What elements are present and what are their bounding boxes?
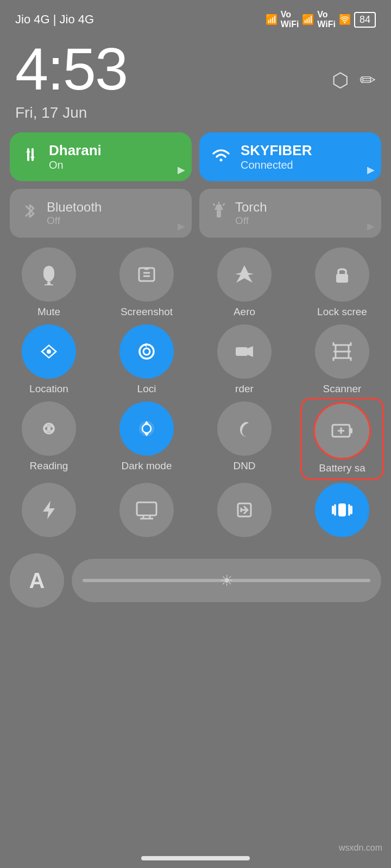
reading-label: Reading: [30, 460, 68, 472]
status-icons: 📶 VoWiFi 📶 VoWiFi 🛜 84: [266, 10, 376, 29]
clock-actions: ⬡ ✏: [332, 69, 376, 92]
lockscreen-cell[interactable]: Lock scree: [304, 247, 380, 318]
torch-icon: [211, 201, 226, 225]
vibrate-icon-circle: [315, 483, 369, 537]
bluetooth-tile[interactable]: Bluetooth Off ▶: [10, 189, 192, 238]
clock-time: 4:53: [15, 39, 127, 99]
brightness-sun-icon: ☀: [220, 572, 234, 590]
font-size-button[interactable]: A: [10, 553, 64, 608]
lockscreen-label: Lock scree: [317, 306, 367, 318]
svg-line-3: [213, 204, 215, 205]
svg-rect-27: [350, 428, 352, 433]
mute-label: Mute: [37, 306, 60, 318]
recorder-label: rder: [235, 383, 254, 395]
nfc-icon-circle: [217, 483, 272, 537]
scanner-icon-circle: [315, 324, 369, 379]
watermark: wsxdn.com: [339, 843, 382, 853]
clock-area: 4:53 Fri, 17 Jun ⬡ ✏: [0, 34, 391, 132]
bluetooth-tile-text: Bluetooth Off: [47, 200, 102, 227]
torch-tile[interactable]: Torch Off ▶: [199, 189, 381, 238]
wifi-tile-text: SKYFIBER Connected: [241, 142, 312, 171]
scanner-label: Scanner: [323, 383, 362, 395]
battery-indicator: 84: [354, 12, 376, 28]
svg-point-15: [143, 348, 150, 355]
edit-icon[interactable]: ✏: [360, 69, 376, 92]
svg-marker-17: [248, 346, 253, 357]
brightness-track: ☀: [83, 579, 370, 582]
batterysaver-icon-circle: [315, 404, 369, 458]
svg-rect-7: [139, 268, 154, 281]
medium-tiles-container: Bluetooth Off ▶ Torch Off ▶: [0, 189, 391, 247]
home-indicator[interactable]: [141, 856, 250, 860]
font-size-label: A: [29, 569, 45, 593]
svg-rect-0: [217, 210, 221, 218]
screenshot-label: Screenshot: [121, 306, 173, 318]
torch-tile-text: Torch Off: [235, 200, 267, 227]
data-tile-name: Dharani: [49, 142, 102, 159]
vowifi2-label: VoWiFi: [317, 10, 336, 29]
dnd-cell[interactable]: DND: [206, 401, 282, 476]
rotation-label: Loci: [137, 383, 156, 395]
torch-tile-status: Off: [235, 215, 267, 227]
dnd-label: DND: [233, 460, 255, 472]
svg-point-13: [47, 349, 51, 354]
data-tile-status: On: [49, 159, 102, 171]
reading-icon-circle: [22, 401, 76, 456]
svg-line-4: [223, 204, 224, 205]
wifi-tile[interactable]: SKYFIBER Connected ▶: [199, 132, 381, 181]
bluetooth-tile-status: Off: [47, 215, 102, 227]
wifi-tile-icon: [210, 145, 232, 169]
batterysaver-label: Battery sa: [319, 462, 365, 474]
svg-rect-31: [137, 502, 156, 515]
mute-cell[interactable]: Mute: [11, 247, 87, 318]
data-tile-arrow: ▶: [178, 164, 185, 176]
dnd-icon-circle: [217, 401, 272, 456]
data-icon: [21, 145, 40, 169]
rotation-cell[interactable]: Loci: [109, 324, 185, 395]
screenshot-icon-circle: [119, 247, 174, 302]
recorder-icon-circle: [217, 324, 272, 379]
aeroplane-cell[interactable]: Aero: [206, 247, 282, 318]
reading-cell[interactable]: Reading: [11, 401, 87, 476]
vibrate-cell[interactable]: [304, 483, 380, 541]
aeroplane-label: Aero: [234, 306, 255, 318]
location-cell[interactable]: Location: [11, 324, 87, 395]
torch-tile-arrow: ▶: [367, 220, 375, 232]
svg-rect-16: [236, 347, 248, 356]
data-tile[interactable]: Dharani On ▶: [10, 132, 192, 181]
desktop-cell[interactable]: [109, 483, 185, 541]
bottom-controls: A ☀: [0, 548, 391, 608]
bluetooth-tile-arrow: ▶: [178, 220, 185, 232]
carrier-text: Jio 4G | Jio 4G: [15, 12, 94, 27]
signal2-icon: 📶: [302, 14, 314, 25]
darkmode-icon-circle: [119, 401, 174, 456]
flash-cell[interactable]: [11, 483, 87, 541]
darkmode-cell[interactable]: Dark mode: [109, 401, 185, 476]
svg-rect-40: [338, 503, 346, 516]
desktop-icon-circle: [119, 483, 174, 537]
rotation-icon-circle: [119, 324, 174, 379]
torch-tile-name: Torch: [235, 200, 267, 215]
svg-marker-30: [43, 501, 55, 519]
wifi-tile-status: Connected: [241, 159, 312, 171]
bluetooth-icon: [22, 202, 38, 225]
brightness-slider[interactable]: ☀: [72, 559, 381, 602]
clock-date: Fri, 17 Jun: [15, 104, 127, 122]
batterysaver-cell[interactable]: Battery sa: [304, 401, 380, 476]
screenshot-cell[interactable]: Screenshot: [109, 247, 185, 318]
svg-marker-1: [215, 205, 223, 210]
location-icon-circle: [22, 324, 76, 379]
aeroplane-icon-circle: [217, 247, 272, 302]
signal1-icon: 📶: [266, 14, 278, 25]
vowifi1-label: VoWiFi: [281, 10, 299, 29]
scanner-cell[interactable]: Scanner: [304, 324, 380, 395]
recorder-cell[interactable]: rder: [206, 324, 282, 395]
data-tile-text: Dharani On: [49, 142, 102, 171]
icon-row-4: [0, 483, 391, 541]
settings-icon[interactable]: ⬡: [332, 69, 349, 92]
lockscreen-icon-circle: [315, 247, 369, 302]
nfc-cell[interactable]: [206, 483, 282, 541]
wifi-tile-name: SKYFIBER: [241, 142, 312, 159]
status-bar: Jio 4G | Jio 4G 📶 VoWiFi 📶 VoWiFi 🛜 84: [0, 0, 391, 34]
location-label: Location: [29, 383, 68, 395]
